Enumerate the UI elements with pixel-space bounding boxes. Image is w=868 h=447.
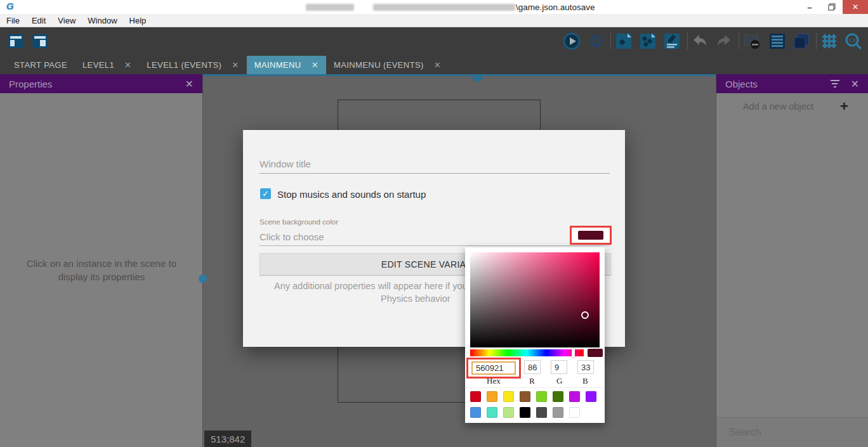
close-icon[interactable]: ✕ — [185, 78, 194, 90]
scene-bg-color-swatch[interactable] — [578, 231, 603, 240]
tab-label: MAINMENU — [254, 60, 301, 70]
redacted-title-segment — [306, 4, 354, 11]
tab-close-icon[interactable]: ✕ — [434, 60, 441, 70]
close-icon[interactable]: ✕ — [851, 78, 859, 90]
tab-close-icon[interactable]: ✕ — [232, 60, 239, 70]
objects-search — [716, 417, 868, 447]
highlight-annotation — [570, 226, 612, 245]
preset-color-swatch[interactable] — [553, 391, 563, 402]
debug-icon[interactable] — [586, 32, 605, 51]
add-object-label: Add a new object — [716, 101, 840, 112]
window-title: \game.json.autosave — [306, 0, 595, 14]
tab-close-icon[interactable]: ✕ — [124, 60, 131, 70]
tab-mainmenu[interactable]: MAINMENU ✕ — [247, 56, 326, 74]
redo-icon[interactable] — [714, 32, 733, 51]
titlebar: G \game.json.autosave – ✕ — [0, 0, 868, 14]
hex-input[interactable] — [471, 361, 516, 375]
toggle-mask-icon[interactable] — [742, 32, 761, 51]
layers-icon[interactable] — [792, 32, 811, 51]
menu-file[interactable]: File — [6, 16, 20, 25]
hue-slider[interactable] — [470, 349, 584, 356]
tab-level1-events[interactable]: LEVEL1 (EVENTS) ✕ — [139, 56, 246, 74]
toolbar-separator — [687, 33, 688, 49]
menu-window[interactable]: Window — [88, 16, 117, 25]
undo-icon[interactable] — [690, 32, 709, 51]
tabbar: START PAGE LEVEL1 ✕ LEVEL1 (EVENTS) ✕ MA… — [0, 56, 868, 74]
instances-list-icon[interactable] — [768, 32, 787, 51]
blue-input[interactable] — [577, 360, 594, 374]
search-input[interactable] — [728, 426, 862, 439]
helper-text-line1: Any additional properties will appear he… — [274, 281, 468, 291]
red-input[interactable] — [524, 360, 541, 374]
saturation-area[interactable] — [470, 252, 600, 347]
menu-view[interactable]: View — [58, 16, 76, 25]
current-color-swatch — [588, 349, 603, 357]
green-input[interactable] — [551, 360, 567, 374]
tab-close-icon[interactable]: ✕ — [312, 60, 319, 70]
preset-color-swatch[interactable] — [520, 391, 530, 402]
restore-icon — [828, 3, 836, 11]
preset-color-swatch[interactable] — [569, 407, 580, 418]
hue-slider-handle[interactable] — [572, 349, 575, 357]
tab-level1[interactable]: LEVEL1 ✕ — [75, 56, 139, 74]
svg-text:1:1: 1:1 — [848, 37, 856, 43]
toolbar-separator — [739, 33, 739, 49]
restore-button[interactable] — [821, 0, 843, 14]
project-manager-icon[interactable] — [6, 32, 25, 51]
cursor-coordinates: 513;842 — [204, 431, 251, 447]
tab-mainmenu-events[interactable]: MAINMENU (EVENTS) ✕ — [326, 56, 449, 74]
tab-label: MAINMENU (EVENTS) — [334, 60, 424, 70]
preset-color-swatch[interactable] — [487, 391, 497, 402]
preset-color-swatch[interactable] — [586, 391, 596, 402]
preset-colors — [470, 391, 602, 423]
preset-color-swatch[interactable] — [536, 407, 547, 418]
helper-text-line2: Physics behavior — [381, 294, 450, 304]
gdevelop-logo-icon: G — [6, 1, 14, 11]
add-object-row[interactable]: Add a new object + — [716, 96, 868, 117]
properties-panel: Properties ✕ Click on an instance in the… — [0, 74, 203, 447]
preset-color-swatch[interactable] — [470, 407, 481, 418]
panel-title: Properties — [9, 79, 52, 89]
filter-icon[interactable] — [831, 80, 839, 87]
menu-edit[interactable]: Edit — [32, 16, 46, 25]
panel-resize-handle[interactable] — [199, 275, 207, 283]
divider — [465, 387, 605, 388]
stop-musics-checkbox[interactable]: ✓ — [260, 188, 271, 199]
menu-help[interactable]: Help — [129, 16, 147, 25]
preset-color-swatch[interactable] — [503, 407, 514, 418]
g-label: G — [556, 376, 562, 386]
color-picker-popup: Hex R G B — [465, 247, 605, 423]
preset-color-swatch[interactable] — [470, 391, 481, 402]
scene-export-icon[interactable] — [614, 32, 633, 51]
preset-color-swatch[interactable] — [553, 407, 563, 418]
preset-color-swatch[interactable] — [569, 391, 580, 402]
stop-musics-label: Stop musics and sounds on startup — [277, 189, 426, 200]
start-page-icon[interactable] — [30, 32, 49, 51]
saturation-cursor[interactable] — [581, 311, 589, 319]
preset-color-swatch[interactable] — [520, 407, 530, 418]
close-button[interactable]: ✕ — [843, 0, 868, 14]
panel-title: Objects — [725, 79, 758, 89]
preset-color-swatch[interactable] — [503, 391, 514, 402]
tab-label: LEVEL1 (EVENTS) — [147, 60, 221, 70]
scene-bg-color-label: Scene background color — [260, 218, 338, 226]
tab-start-page[interactable]: START PAGE — [6, 56, 75, 74]
toolbar-separator — [610, 33, 611, 49]
properties-empty-message: Click on an instance in the scene to dis… — [13, 257, 190, 283]
scene-objects-icon[interactable] — [638, 32, 657, 51]
grid-icon[interactable] — [820, 32, 839, 51]
toolbar: 1:1 — [0, 27, 868, 56]
tab-label: LEVEL1 — [82, 60, 114, 70]
minimize-button[interactable]: – — [798, 0, 821, 14]
zoom-1-1-icon[interactable]: 1:1 — [844, 32, 863, 51]
plus-icon[interactable]: + — [840, 98, 868, 115]
window-title-field[interactable]: Window title — [260, 159, 311, 169]
preset-color-swatch[interactable] — [536, 391, 547, 402]
preset-color-swatch[interactable] — [487, 407, 497, 418]
scene-bg-color-field[interactable]: Click to choose — [260, 231, 324, 242]
panel-resize-handle[interactable] — [472, 76, 483, 82]
menubar: File Edit View Window Help — [0, 14, 868, 27]
play-icon[interactable] — [562, 32, 581, 51]
window-title-text: \game.json.autosave — [516, 3, 595, 12]
edit-objects-icon[interactable] — [662, 32, 681, 51]
